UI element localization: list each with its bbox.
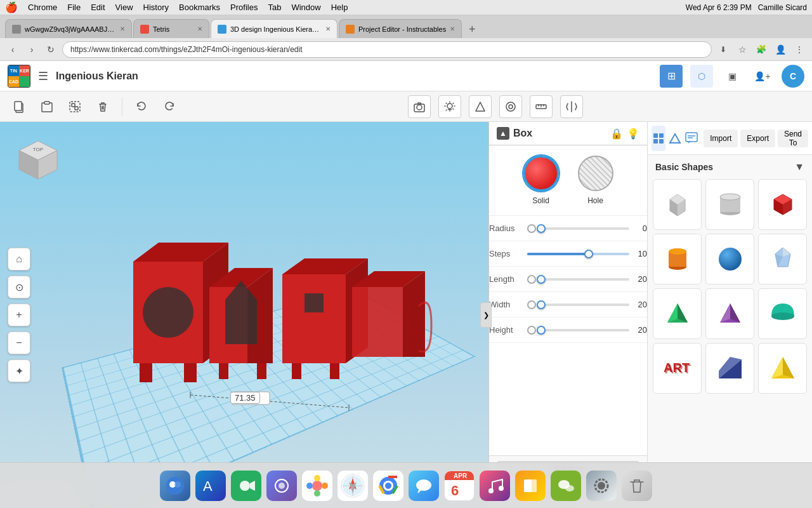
- profile-button[interactable]: 👤: [773, 42, 788, 57]
- menu-tab[interactable]: Tab: [268, 3, 281, 12]
- dock-siri[interactable]: [265, 469, 298, 502]
- dock-finder[interactable]: [159, 469, 192, 502]
- export-button[interactable]: Export: [740, 130, 775, 147]
- shapes-tab-comment[interactable]: [684, 126, 698, 151]
- camera-button[interactable]: [408, 95, 431, 118]
- align-button[interactable]: [499, 95, 522, 118]
- download-button[interactable]: ⬇: [716, 42, 731, 57]
- menu-help[interactable]: Help: [331, 3, 348, 12]
- height-track[interactable]: [541, 329, 629, 331]
- shapes-category-dropdown[interactable]: ▼: [794, 161, 804, 173]
- length-thumb[interactable]: [537, 275, 546, 284]
- length-control[interactable]: [527, 275, 629, 284]
- shape-item-wedge[interactable]: [705, 343, 754, 394]
- light-button[interactable]: [438, 95, 461, 118]
- menu-window[interactable]: Window: [291, 3, 320, 12]
- menu-history[interactable]: History: [143, 3, 169, 12]
- menu-chrome[interactable]: Chrome: [28, 3, 57, 12]
- extensions-button[interactable]: 🧩: [754, 42, 769, 57]
- shape-item-red-cube[interactable]: [758, 179, 807, 230]
- import-button[interactable]: Import: [704, 130, 738, 147]
- radius-control[interactable]: [527, 224, 629, 233]
- reload-button[interactable]: ↻: [43, 42, 58, 57]
- menu-dots-button[interactable]: ⋮: [792, 42, 807, 57]
- menu-edit[interactable]: Edit: [91, 3, 105, 12]
- compass-button[interactable]: ✦: [8, 359, 30, 382]
- width-control[interactable]: [527, 300, 629, 309]
- tab-1[interactable]: wGwgwZ9vq3jWgAAAABJRU... ✕: [5, 19, 132, 38]
- radius-thumb[interactable]: [537, 224, 546, 233]
- shape-item-3d-text[interactable]: ART ART: [653, 343, 702, 394]
- group-button[interactable]: [63, 95, 86, 118]
- tab-1-close[interactable]: ✕: [120, 25, 125, 32]
- bookmark-button[interactable]: ☆: [735, 42, 750, 57]
- tab-4[interactable]: Project Editor - Instructables ✕: [339, 19, 462, 38]
- dock-trash[interactable]: [620, 469, 653, 502]
- shape-item-purple-pyramid[interactable]: [705, 288, 754, 339]
- steps-control[interactable]: [527, 253, 629, 255]
- steps-thumb[interactable]: [584, 250, 593, 258]
- menu-profiles[interactable]: Profiles: [230, 3, 258, 12]
- menu-bookmarks[interactable]: Bookmarks: [179, 3, 220, 12]
- user-avatar[interactable]: C: [782, 65, 804, 88]
- forward-button[interactable]: ›: [24, 42, 39, 57]
- back-button[interactable]: ‹: [5, 42, 20, 57]
- menu-file[interactable]: File: [67, 3, 81, 12]
- steps-track[interactable]: [527, 253, 629, 255]
- dock-appstore[interactable]: A: [194, 469, 227, 502]
- height-control[interactable]: [527, 326, 629, 335]
- length-dot[interactable]: [527, 275, 536, 284]
- fit-button[interactable]: ⊙: [8, 276, 30, 298]
- tab-2[interactable]: Tetris ✕: [133, 19, 209, 38]
- delete-button[interactable]: [91, 95, 114, 118]
- zoom-out-button[interactable]: −: [8, 331, 30, 354]
- shape-item-sphere-blue[interactable]: [705, 234, 754, 284]
- tab-3[interactable]: 3D design Ingenious Kieran | T... ✕: [211, 19, 337, 38]
- shape-item-worn-box[interactable]: [653, 179, 702, 230]
- height-dot[interactable]: [527, 326, 536, 335]
- mirror-button[interactable]: [560, 95, 583, 118]
- redo-button[interactable]: [158, 95, 181, 118]
- apple-menu[interactable]: 🍎: [5, 1, 18, 13]
- zoom-in-button[interactable]: +: [8, 304, 30, 326]
- view-cube[interactable]: TOP: [13, 135, 63, 188]
- undo-button[interactable]: [130, 95, 153, 118]
- shape-item-green-pyramid[interactable]: [653, 288, 702, 339]
- tab-4-close[interactable]: ✕: [450, 25, 455, 32]
- tab-3-close[interactable]: ✕: [325, 25, 331, 32]
- hole-option[interactable]: Hole: [578, 156, 613, 205]
- visibility-button[interactable]: 💡: [627, 128, 639, 140]
- hamburger-menu[interactable]: ☰: [38, 69, 48, 83]
- menu-view[interactable]: View: [115, 3, 133, 12]
- dock-photos[interactable]: [301, 469, 334, 502]
- copy-button[interactable]: [8, 95, 30, 118]
- dock-books[interactable]: [514, 469, 547, 502]
- shape-item-cylinder-gray[interactable]: [705, 179, 754, 230]
- dock-chrome[interactable]: [372, 469, 405, 502]
- dock-wechat[interactable]: [549, 469, 582, 502]
- shapes-tab-angle[interactable]: [668, 126, 682, 151]
- solid-option[interactable]: Solid: [523, 156, 559, 205]
- address-input[interactable]: https://www.tinkercad.com/things/eZJth2F…: [62, 41, 712, 58]
- shape-item-half-sphere[interactable]: [758, 288, 807, 339]
- view-wireframe-button[interactable]: ⬡: [690, 65, 713, 88]
- panel-toggle-button[interactable]: ▲: [497, 127, 509, 140]
- shape-item-crystal[interactable]: [758, 234, 807, 284]
- view-box-button[interactable]: ▣: [721, 65, 743, 88]
- new-tab-button[interactable]: +: [463, 20, 481, 38]
- tab-2-close[interactable]: ✕: [197, 25, 202, 32]
- length-track[interactable]: [541, 278, 629, 281]
- paste-button[interactable]: [36, 95, 58, 118]
- dock-calendar[interactable]: APR6: [443, 469, 476, 502]
- dock-settings[interactable]: [585, 469, 618, 502]
- home-button[interactable]: ⌂: [8, 248, 30, 271]
- shape-button[interactable]: [469, 95, 492, 118]
- shape-item-yellow-pyramid[interactable]: [758, 343, 807, 394]
- canvas-area[interactable]: 71.35 TOP ⌂ ⊙ + − ✦: [0, 122, 488, 508]
- add-user-button[interactable]: 👤+: [751, 65, 774, 88]
- lock-button[interactable]: 🔒: [610, 128, 623, 140]
- width-dot[interactable]: [527, 300, 536, 309]
- dock-music[interactable]: [478, 469, 511, 502]
- height-thumb[interactable]: [537, 326, 546, 335]
- dock-messages[interactable]: [407, 469, 440, 502]
